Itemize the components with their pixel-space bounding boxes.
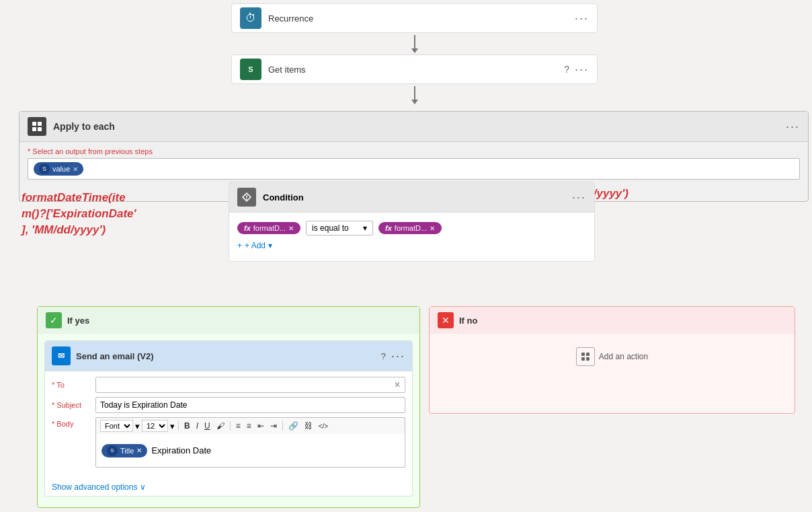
- fx-left-close[interactable]: ✕: [288, 225, 294, 232]
- svg-rect-2: [32, 127, 36, 131]
- if-yes-label: If yes: [67, 316, 89, 326]
- formula-left: formatDateTime(item()?['ExpirationDate']…: [22, 190, 136, 237]
- get-items-icon: S: [240, 59, 261, 80]
- if-no-x-icon: ✕: [438, 312, 454, 328]
- email-to-label: * To: [52, 377, 95, 389]
- ordered-list-button[interactable]: ≡: [234, 420, 243, 431]
- get-items-title: Get items: [268, 65, 564, 75]
- bold-button[interactable]: B: [182, 420, 192, 431]
- email-body-label: * Body: [52, 417, 95, 428]
- svg-rect-1: [38, 122, 42, 126]
- body-toolbar: Font ▾ 12 ▾ B I U 🖌: [95, 417, 405, 434]
- email-header: ✉ Send an email (V2) ? ···: [45, 341, 412, 371]
- svg-point-5: [246, 198, 247, 200]
- email-body-container: * To ✕ * Subject Today is Expiration Dat…: [45, 371, 412, 477]
- value-pill-close[interactable]: ✕: [73, 166, 78, 173]
- if-no-label: If no: [459, 316, 477, 326]
- fx-right-close[interactable]: ✕: [430, 225, 435, 232]
- add-icon: +: [237, 241, 242, 250]
- show-advanced-options[interactable]: Show advanced options ∨: [45, 477, 412, 496]
- title-pill: S Title ✕: [102, 444, 147, 458]
- condition-header: Condition ···: [229, 182, 594, 213]
- get-items-help[interactable]: ?: [564, 64, 569, 75]
- recurrence-icon: ⏱: [240, 7, 261, 29]
- body-content-area[interactable]: S Title ✕ Expiration Date: [95, 434, 405, 468]
- condition-menu[interactable]: ···: [572, 190, 586, 205]
- brush-button[interactable]: 🖌: [214, 420, 227, 431]
- get-items-menu[interactable]: ···: [575, 63, 589, 77]
- add-action-button[interactable]: Add an action: [430, 334, 795, 379]
- condition-right-pill[interactable]: fx formatD... ✕: [378, 222, 442, 234]
- value-pill-icon: S: [39, 163, 50, 174]
- select-output-label: * Select an output from previous steps: [19, 142, 808, 158]
- size-chevron: ▾: [170, 421, 175, 431]
- arrow-connector-1: [411, 33, 418, 54]
- add-chevron: ▾: [268, 241, 272, 250]
- body-expiration-text: Expiration Date: [151, 445, 211, 455]
- condition-body: fx formatD... ✕ is equal to ▾ fx formatD…: [229, 213, 594, 261]
- html-button[interactable]: </>: [317, 422, 330, 431]
- fx-left-text: formatD...: [253, 224, 286, 232]
- unlink-button[interactable]: ⛓: [302, 420, 315, 431]
- svg-rect-9: [586, 357, 590, 361]
- operator-chevron: ▾: [363, 223, 367, 233]
- email-subject-field[interactable]: Today is Expiration Date: [95, 397, 405, 413]
- recurrence-card: ⏱ Recurrence ···: [231, 3, 598, 33]
- condition-title: Condition: [263, 192, 572, 203]
- condition-operator[interactable]: is equal to ▾: [306, 221, 373, 235]
- email-to-close[interactable]: ✕: [394, 380, 401, 390]
- condition-row: fx formatD... ✕ is equal to ▾ fx formatD…: [237, 221, 586, 235]
- svg-rect-8: [581, 357, 585, 361]
- link-button[interactable]: 🔗: [286, 420, 300, 431]
- email-body-editor: Font ▾ 12 ▾ B I U 🖌: [95, 417, 405, 468]
- italic-button[interactable]: I: [194, 420, 200, 431]
- unordered-list-button[interactable]: ≡: [245, 420, 253, 431]
- svg-rect-0: [32, 122, 36, 126]
- toolbar-divider-1: [178, 421, 179, 431]
- add-action-label: Add an action: [599, 352, 648, 361]
- apply-each-title: Apply to each: [53, 121, 786, 132]
- email-body-row: * Body Font ▾ 12 ▾: [52, 417, 405, 468]
- value-pill: S value ✕: [34, 162, 83, 176]
- condition-icon: [237, 188, 256, 207]
- fx-right-label: fx: [385, 224, 392, 232]
- email-help-icon[interactable]: ?: [381, 351, 386, 361]
- email-menu[interactable]: ···: [391, 349, 405, 363]
- email-subject-row: * Subject Today is Expiration Date: [52, 397, 405, 413]
- email-to-field[interactable]: ✕: [95, 377, 405, 393]
- email-subject-label: * Subject: [52, 397, 95, 409]
- title-pill-close[interactable]: ✕: [136, 447, 142, 454]
- email-to-input[interactable]: [100, 380, 394, 390]
- font-select[interactable]: Font: [100, 420, 133, 432]
- font-size-select[interactable]: 12: [142, 420, 168, 432]
- toolbar-divider-2: [230, 421, 231, 431]
- email-to-row: * To ✕: [52, 377, 405, 393]
- title-pill-text: Title: [120, 447, 134, 455]
- condition-add[interactable]: + + Add ▾: [237, 235, 586, 253]
- fx-right-text: formatD...: [395, 224, 427, 232]
- svg-rect-7: [586, 353, 590, 356]
- recurrence-menu[interactable]: ···: [575, 11, 589, 26]
- value-pill-box[interactable]: S value ✕: [28, 158, 800, 180]
- operator-text: is equal to: [312, 223, 349, 233]
- add-label: + Add: [245, 241, 266, 250]
- show-advanced-text: Show advanced options: [52, 482, 137, 492]
- if-no-header: ✕ If no: [430, 307, 795, 334]
- recurrence-title: Recurrence: [268, 13, 575, 24]
- indent-decrease-button[interactable]: ⇤: [255, 420, 266, 431]
- if-yes-check-icon: ✓: [46, 312, 62, 328]
- email-title: Send an email (V2): [76, 351, 381, 361]
- svg-rect-3: [38, 127, 42, 131]
- condition-left-pill[interactable]: fx formatD... ✕: [237, 222, 300, 234]
- if-yes-header: ✓ If yes: [38, 307, 419, 334]
- get-items-card: S Get items ? ···: [231, 54, 598, 84]
- condition-block: Condition ··· fx formatD... ✕ is equal t…: [229, 182, 595, 262]
- email-card: ✉ Send an email (V2) ? ··· * To ✕ * Subj…: [44, 340, 413, 497]
- underline-button[interactable]: U: [202, 420, 212, 431]
- indent-increase-button[interactable]: ⇥: [268, 420, 279, 431]
- if-no-panel: ✕ If no Add an action: [429, 306, 795, 414]
- title-pill-icon: S: [107, 445, 118, 456]
- email-icon: ✉: [52, 346, 71, 365]
- arrow-connector-2: [411, 84, 418, 106]
- apply-each-menu[interactable]: ···: [786, 120, 800, 134]
